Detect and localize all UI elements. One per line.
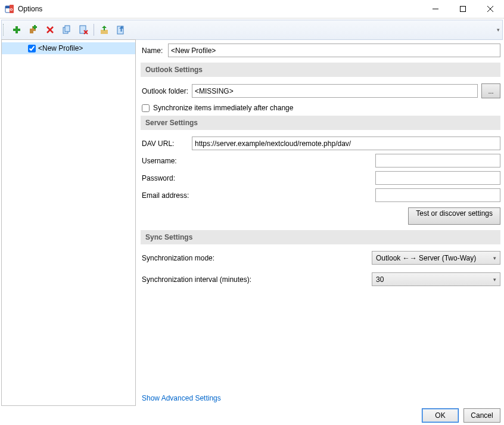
import-icon xyxy=(99,25,109,35)
svg-rect-21 xyxy=(101,30,108,34)
sync-mode-value: Outlook ←→ Server (Two-Way) xyxy=(376,254,476,262)
clear-cache-button[interactable] xyxy=(76,22,91,38)
add-profile-button[interactable] xyxy=(9,22,24,38)
sync-interval-select[interactable]: 30 xyxy=(372,272,500,286)
toolbar-grip[interactable] xyxy=(3,24,7,36)
window-title: Options xyxy=(18,5,42,13)
app-icon: o xyxy=(5,4,14,14)
name-input[interactable] xyxy=(168,44,500,57)
settings-panel: Name: Outlook Settings Outlook folder: .… xyxy=(136,39,503,406)
export-icon xyxy=(116,25,126,35)
svg-rect-5 xyxy=(461,7,466,12)
test-settings-button[interactable]: Test or discover settings xyxy=(408,207,500,225)
title-bar: o Options xyxy=(0,0,504,18)
delete-profile-button[interactable] xyxy=(42,22,58,38)
browse-folder-button[interactable]: ... xyxy=(481,83,500,98)
dav-url-input[interactable] xyxy=(192,137,500,150)
password-label: Password: xyxy=(141,174,192,182)
sync-mode-label: Synchronization mode: xyxy=(141,254,261,262)
toolbar-overflow[interactable]: ▾ xyxy=(497,20,500,39)
delete-icon xyxy=(46,26,54,34)
toolbar: ▾ xyxy=(1,20,503,40)
import-button[interactable] xyxy=(97,22,112,38)
add-multiple-icon xyxy=(29,25,38,35)
svg-text:o: o xyxy=(10,7,13,12)
sync-interval-label: Synchronization interval (minutes): xyxy=(141,275,261,284)
add-multiple-button[interactable] xyxy=(26,22,41,38)
sync-immediate-label: Synchronize items immediately after chan… xyxy=(153,104,293,112)
svg-rect-13 xyxy=(33,26,37,28)
maximize-button[interactable] xyxy=(449,0,477,18)
minimize-button[interactable] xyxy=(422,0,449,18)
close-button[interactable] xyxy=(477,0,504,18)
export-button[interactable] xyxy=(113,22,129,38)
copy-profile-button[interactable] xyxy=(59,22,74,38)
username-input[interactable] xyxy=(375,154,500,167)
server-section-header: Server Settings xyxy=(141,116,500,130)
clear-cache-icon xyxy=(79,25,88,35)
copy-icon xyxy=(62,25,71,35)
sync-mode-select[interactable]: Outlook ←→ Server (Two-Way) xyxy=(372,251,500,265)
profiles-tree[interactable]: <New Profile> xyxy=(1,39,136,406)
profile-active-checkbox[interactable] xyxy=(28,45,36,52)
outlook-section-header: Outlook Settings xyxy=(141,63,500,77)
sync-interval-value: 30 xyxy=(376,275,384,284)
outlook-folder-input[interactable] xyxy=(192,84,478,98)
svg-rect-9 xyxy=(13,29,20,31)
name-label: Name: xyxy=(141,46,168,55)
sync-immediate-checkbox[interactable] xyxy=(142,104,150,112)
svg-rect-17 xyxy=(65,26,70,32)
ok-button[interactable]: OK xyxy=(422,408,459,423)
dav-url-label: DAV URL: xyxy=(141,139,192,148)
email-input[interactable] xyxy=(375,188,500,202)
add-icon xyxy=(12,25,21,35)
sync-section-header: Sync Settings xyxy=(141,230,500,244)
profile-item-label: <New Profile> xyxy=(38,44,83,52)
advanced-settings-link[interactable]: Show Advanced Settings xyxy=(141,394,500,402)
cancel-button[interactable]: Cancel xyxy=(463,408,500,423)
svg-rect-18 xyxy=(80,26,86,33)
profile-tree-item[interactable]: <New Profile> xyxy=(2,42,135,54)
username-label: Username: xyxy=(141,157,192,165)
email-label: Email address: xyxy=(141,191,192,200)
password-input[interactable] xyxy=(375,171,500,185)
outlook-folder-label: Outlook folder: xyxy=(141,87,192,95)
